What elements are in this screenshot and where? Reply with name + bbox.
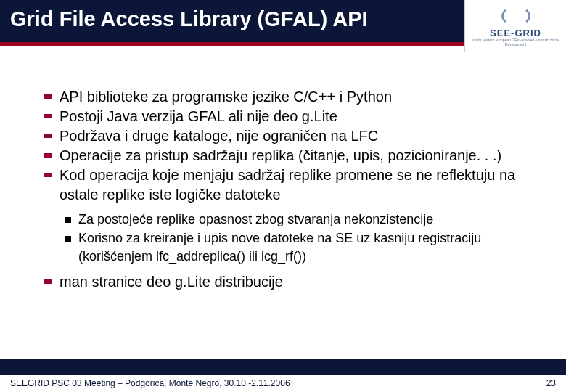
footer-band (0, 359, 566, 372)
logo-subtitle: south eastern european GRid-enabled eInf… (465, 38, 566, 46)
slide-number: 23 (546, 378, 556, 388)
list-item: Postoji Java verzija GFAL ali nije deo g… (44, 107, 544, 126)
accent-band (0, 42, 464, 46)
slide-body: API biblioteke za programske jezike C/C+… (0, 52, 566, 292)
sub-bullet-list: Za postojeće replike opasnost zbog stvar… (65, 211, 544, 265)
list-item: Kod operacija koje menjaju sadržaj repli… (44, 166, 544, 205)
bullet-list: man stranice deo g.Lite distribucije (44, 272, 544, 292)
list-item: Korisno za kreiranje i upis nove datotek… (65, 229, 544, 265)
list-item: Za postojeće replike opasnost zbog stvar… (65, 211, 544, 228)
footer: SEEGRID PSC 03 Meeting – Podgorica, Mont… (0, 372, 566, 392)
swirl-icon (501, 6, 530, 26)
logo-name: SEE-GRID (490, 28, 541, 38)
list-item: Operacije za pristup sadržaju replika (č… (44, 146, 544, 166)
slide-title: Grid File Access Library (GFAL) API (0, 0, 368, 31)
title-wrapper: Grid File Access Library (GFAL) API (0, 0, 464, 42)
list-item: API biblioteke za programske jezike C/C+… (44, 87, 544, 107)
see-grid-logo: SEE-GRID south eastern european GRid-ena… (464, 0, 566, 52)
list-item: Podržava i druge kataloge, nije ograniče… (44, 126, 544, 146)
bullet-list: API biblioteke za programske jezike C/C+… (44, 87, 544, 205)
title-bar: Grid File Access Library (GFAL) API SEE-… (0, 0, 566, 52)
list-item: man stranice deo g.Lite distribucije (44, 272, 544, 292)
footer-text: SEEGRID PSC 03 Meeting – Podgorica, Mont… (10, 378, 290, 388)
